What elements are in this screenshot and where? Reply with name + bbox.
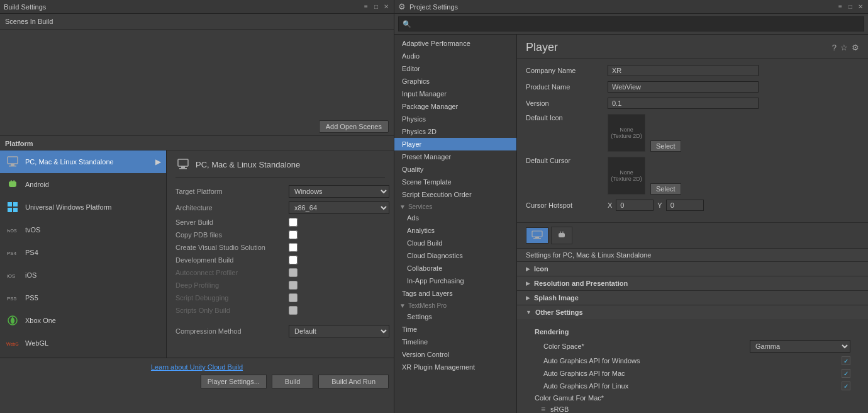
close-icon[interactable]: ✕ [382,3,390,11]
cursor-hotspot-y[interactable] [666,200,704,211]
resolution-section-header[interactable]: ▶ Resolution and Presentation [517,276,868,290]
other-settings-content: Rendering Color Space* Gamma Linear [517,319,868,413]
development-build-checkbox[interactable] [289,256,298,264]
other-settings-header[interactable]: ▼ Other Settings [517,305,868,319]
settings-item-textmesh-settings[interactable]: Settings [394,310,516,323]
platform-item-uwp[interactable]: Universal Windows Platform [0,196,166,218]
select-cursor-button[interactable]: Select [650,183,681,195]
splash-section-header[interactable]: ▶ Splash Image [517,291,868,305]
platform-pc-label: PC, Mac & Linux Standalone [25,158,114,166]
color-space-select[interactable]: Gamma Linear [750,340,850,353]
settings-item-in-app-purchasing[interactable]: In-App Purchasing [394,274,516,287]
auto-graphics-mac-checkbox[interactable]: ✓ [842,369,850,378]
settings-item-package[interactable]: Package Manager [394,100,516,113]
ps-maximize-icon[interactable]: □ [847,3,854,11]
color-space-value: Gamma Linear [750,340,850,353]
selected-platform-icon [175,157,191,172]
settings-item-editor[interactable]: Editor [394,62,516,75]
autoconnect-checkbox[interactable] [289,268,298,277]
default-icon-preview: None (Texture 2D) [608,114,645,152]
product-name-input[interactable] [608,81,759,93]
server-build-checkbox[interactable] [289,218,298,227]
settings-item-physics2d[interactable]: Physics 2D [394,125,516,138]
settings-icon[interactable]: ⚙ [852,43,859,52]
icon-section-header[interactable]: ▶ Icon [517,262,868,276]
settings-item-ads[interactable]: Ads [394,212,516,224]
help-icon[interactable]: ? [832,43,837,52]
settings-item-graphics[interactable]: Graphics [394,75,516,88]
settings-item-time[interactable]: Time [394,323,516,336]
platform-list: PC, Mac & Linux Standalone ▶ Android Uni… [0,150,394,358]
development-build-row: Development Build [175,256,385,264]
settings-item-adaptive[interactable]: Adaptive Performance [394,37,516,50]
search-input[interactable] [414,18,860,30]
platform-android-label: Android [25,181,49,188]
scripts-only-label: Scripts Only Build [175,307,289,314]
scripts-only-row: Scripts Only Build [175,306,385,315]
tab-android[interactable] [551,227,572,244]
settings-item-input[interactable]: Input Manager [394,88,516,100]
auto-graphics-linux-checkbox[interactable]: ✓ [842,382,850,390]
settings-item-physics[interactable]: Physics [394,113,516,125]
settings-item-cloud-build[interactable]: Cloud Build [394,237,516,249]
scripts-only-checkbox[interactable] [289,306,298,315]
menu-icon[interactable]: ≡ [362,3,370,11]
auto-graphics-linux-row: Auto Graphics API for Linux ✓ [526,380,859,392]
cloud-build-link[interactable]: Learn about Unity Cloud Build [5,363,389,371]
default-cursor-preview: None (Texture 2D) [608,157,645,195]
player-header: Player ? ☆ ⚙ [517,35,868,59]
platform-item-android[interactable]: Android [0,173,166,196]
company-name-label: Company Name [526,67,608,74]
settings-item-cloud-diagnostics[interactable]: Cloud Diagnostics [394,249,516,262]
platform-item-webgl[interactable]: WebGL WebGL [0,332,166,354]
platform-item-tvos[interactable]: tvOS tvOS [0,218,166,241]
settings-item-script-execution[interactable]: Script Execution Order [394,188,516,201]
settings-item-audio[interactable]: Audio [394,50,516,62]
select-icon-button[interactable]: Select [650,140,681,152]
architecture-control: x86_64 x86 ARM64 [289,201,389,214]
settings-item-player[interactable]: Player [394,138,516,150]
maximize-icon[interactable]: □ [372,3,380,11]
add-open-scenes-button[interactable]: Add Open Scenes [319,120,389,133]
build-button[interactable]: Build [272,375,313,388]
copy-pdb-checkbox[interactable] [289,230,298,239]
textmesh-section-header[interactable]: ▼ TextMesh Pro [394,300,516,310]
player-settings-button[interactable]: Player Settings... [201,375,267,388]
default-icon-texture: (Texture 2D) [611,133,642,139]
platform-item-xbox[interactable]: Xbox One [0,309,166,332]
auto-graphics-windows-checkbox[interactable]: ✓ [842,356,850,365]
settings-item-xr-plugin[interactable]: XR Plugin Management [394,361,516,373]
settings-item-version-control[interactable]: Version Control [394,348,516,361]
platform-item-pc[interactable]: PC, Mac & Linux Standalone ▶ [0,150,166,173]
architecture-row: Architecture x86_64 x86 ARM64 [175,201,385,214]
settings-item-preset[interactable]: Preset Manager [394,150,516,163]
svg-text:iOS: iOS [7,273,15,279]
platform-item-ps5[interactable]: PS5 PS5 [0,286,166,309]
compression-select[interactable]: Default LZ4 LZ4HC [289,325,389,337]
create-vs-checkbox[interactable] [289,243,298,252]
settings-item-tags[interactable]: Tags and Layers [394,287,516,300]
settings-item-quality[interactable]: Quality [394,163,516,176]
version-input[interactable] [608,98,759,109]
ps-close-icon[interactable]: ✕ [857,3,864,11]
company-name-input[interactable] [608,65,759,76]
platform-item-ios[interactable]: iOS iOS [0,264,166,286]
services-section-header[interactable]: ▼ Services [394,201,516,212]
settings-item-collaborate[interactable]: Collaborate [394,262,516,274]
script-debugging-checkbox[interactable] [289,293,298,302]
target-platform-select[interactable]: Windows Mac OS X Linux [289,185,389,198]
settings-item-scene-template[interactable]: Scene Template [394,176,516,188]
scenes-area [0,30,394,118]
tab-pc-mac[interactable] [526,227,548,244]
platform-item-ps4[interactable]: PS4 PS4 [0,241,166,264]
deep-profiling-checkbox[interactable] [289,281,298,290]
architecture-select[interactable]: x86_64 x86 ARM64 [289,201,389,214]
bookmark-icon[interactable]: ☆ [840,43,848,52]
build-and-run-button[interactable]: Build And Run [318,375,389,388]
ps-menu-icon[interactable]: ≡ [837,3,844,11]
settings-item-timeline[interactable]: Timeline [394,336,516,348]
company-name-row: Company Name [526,65,859,76]
cursor-hotspot-x[interactable] [616,200,654,211]
add-open-scenes-row: Add Open Scenes [0,118,394,136]
settings-item-analytics[interactable]: Analytics [394,224,516,237]
